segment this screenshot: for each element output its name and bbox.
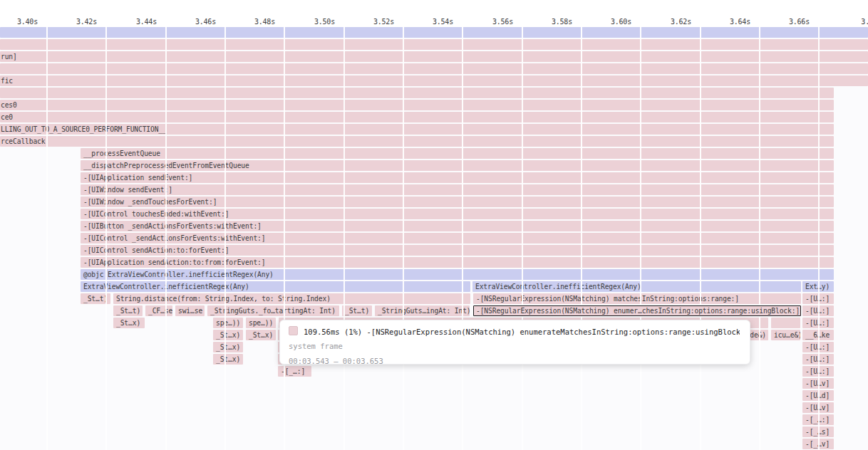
flame-bar[interactable]: -[UIControl touchesEnded:withEvent:] [81, 209, 834, 219]
gridline [818, 27, 820, 450]
flame-bar[interactable] [0, 63, 868, 74]
gridline [46, 27, 48, 450]
flame-bar[interactable]: -[UIApplication sendAction:to:from:forEv… [81, 257, 834, 268]
frame-color-swatch-icon [289, 326, 298, 335]
flame-bar[interactable] [771, 318, 800, 328]
flame-bar[interactable]: _St…x) [213, 354, 243, 365]
flame-bar[interactable]: swi…se [175, 305, 205, 316]
flame-bar[interactable]: ces0 [0, 100, 834, 110]
ruler-tick-label: 3.66s [767, 18, 810, 26]
flame-bar[interactable]: _StringGuts._fo…tartingAt: Int) [207, 305, 339, 316]
flame-bar[interactable]: _St…x) [113, 318, 145, 328]
ruler-tick-label: 3.42s [54, 18, 97, 26]
flame-bar[interactable]: _StringGuts…ingAt: Int) [375, 305, 470, 316]
gridline [403, 27, 404, 450]
gridline [700, 27, 701, 450]
flame-bar[interactable]: -[UIWindow _sendTouchesForEvent:] [81, 197, 834, 207]
flame-bar[interactable]: __dispatchPreprocessedEventFromEventQueu… [81, 160, 834, 171]
gridline [640, 27, 641, 450]
flame-bar[interactable]: run] [0, 51, 868, 62]
gridline [462, 27, 463, 450]
gridline [284, 27, 285, 450]
ruler-tick-label: 3.54s [410, 18, 453, 26]
flame-bar[interactable]: __processEventQueue [81, 148, 834, 159]
frame-tooltip: 109.56ms (1%) -[NSRegularExpression(NSMa… [279, 320, 750, 365]
ruler-tick-label: 3.50s [292, 18, 335, 26]
flame-bar[interactable]: ExtraViewController.inefficientRegex(Any… [81, 281, 470, 292]
tooltip-duration-and-symbol: 109.56ms (1%) -[NSRegularExpression(NSMa… [304, 328, 740, 336]
tooltip-title-row: 109.56ms (1%) -[NSRegularExpression(NSMa… [289, 325, 740, 339]
ruler-tick-label: 3.52s [351, 18, 394, 26]
ruler-tick-label: 3.48s [232, 18, 275, 26]
tooltip-time-range: 00:03.543 — 00:03.653 [289, 354, 740, 369]
flame-bar[interactable]: String.distance(from: String.Index, to: … [113, 293, 470, 304]
flame-bar[interactable]: _St…t) [342, 305, 372, 316]
gridline [105, 27, 107, 450]
flame-graph-view: run]ficces0ce0LLING_OUT_TO_A_SOURCE0_PER… [0, 0, 868, 450]
flame-bar[interactable]: _St…x) [246, 330, 276, 340]
flame-bar[interactable]: LLING_OUT_TO_A_SOURCE0_PERFORM_FUNCTION_… [0, 124, 834, 135]
flame-bar[interactable]: _St…x) [213, 330, 243, 340]
ruler-tick-label: 3.60s [589, 18, 631, 26]
flame-bar[interactable]: fic [0, 75, 868, 86]
flame-bar[interactable]: spe…)) [246, 318, 276, 328]
flame-bar[interactable]: _St…t) [113, 305, 143, 316]
ruler-tick-label: 3.58s [529, 18, 572, 26]
flame-bar[interactable]: ce0 [0, 112, 834, 122]
ruler-tick-label: 3. [827, 18, 868, 26]
ruler-tick-label: 3.56s [470, 18, 513, 26]
ruler-tick-label: 3.44s [114, 18, 157, 26]
flame-bar-selected[interactable]: -[NSRegularExpression(NSMatching) enumer… [473, 305, 801, 316]
gridline [224, 27, 226, 450]
flame-bar[interactable] [0, 88, 834, 98]
flame-bar[interactable]: _St…x) [213, 342, 243, 352]
ruler-tick-label: 3.64s [708, 18, 750, 26]
tooltip-frame-kind: system frame [289, 339, 740, 354]
gridline [759, 27, 760, 450]
time-ruler[interactable]: 3.40s3.42s3.44s3.46s3.48s3.50s3.52s3.54s… [0, 0, 868, 27]
flame-bar[interactable]: -[UIWindow sendEvent:] [81, 184, 834, 195]
flame-bar[interactable]: spe…)) [213, 318, 243, 328]
flame-bar[interactable]: _CF…se [145, 305, 172, 316]
gridline [581, 27, 582, 450]
gridline [343, 27, 345, 450]
flame-bar[interactable] [0, 39, 868, 50]
gridline [522, 27, 523, 450]
ruler-tick-label: 3.46s [173, 18, 216, 26]
flame-bar[interactable]: -[UIControl sendAction:to:forEvent:] [81, 245, 834, 256]
flame-bar[interactable] [0, 27, 868, 38]
ruler-tick-label: 3.62s [649, 18, 691, 26]
flame-bar[interactable]: icu…e&) [771, 330, 800, 340]
ruler-tick-label: 3.40s [0, 18, 38, 26]
gridline [165, 27, 167, 450]
flame-bar[interactable]: @objc ExtraViewController.inefficientReg… [81, 269, 834, 280]
flame-bar[interactable]: -[UIApplication sendEvent:] [81, 172, 834, 183]
flame-bar[interactable]: -[UIButton _sendActionsForEvents:withEve… [81, 221, 834, 231]
flame-bar[interactable]: rceCallback [0, 136, 834, 147]
flame-bar[interactable]: -[UIControl _sendActionsForEvents:withEv… [81, 233, 834, 244]
